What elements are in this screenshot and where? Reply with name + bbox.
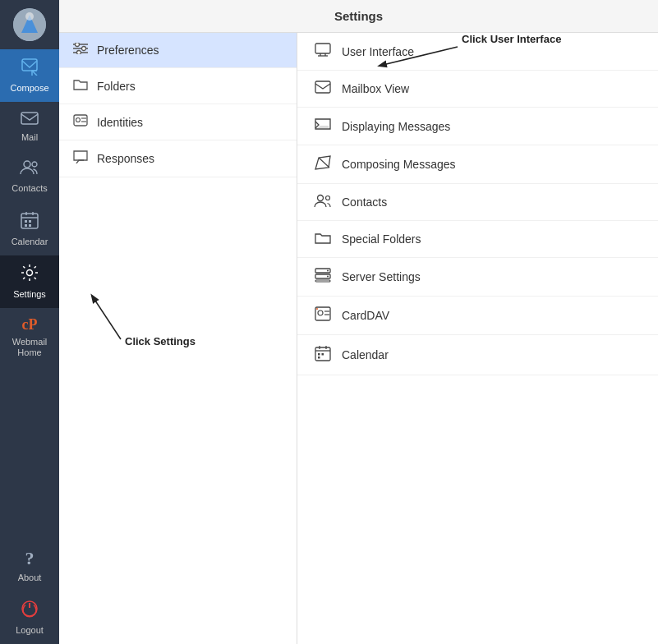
sub-item-contacts[interactable]: Contacts [297,184,658,221]
contacts-sub-label: Contacts [342,196,387,209]
sidebar-item-about[interactable]: ? About [0,540,59,591]
settings-header: Settings [59,0,658,33]
displaying-messages-icon [314,117,332,135]
logo-icon [13,8,46,41]
carddav-label: CardDAV [342,309,389,322]
sidebar-item-compose[interactable]: Compose [0,49,59,102]
svg-point-41 [327,276,329,278]
svg-line-4 [32,71,37,76]
panels: Preferences Folders [59,33,658,644]
sidebar-logo [0,0,59,49]
compose-icon [21,58,39,80]
svg-rect-53 [318,356,320,359]
logout-icon [21,600,39,622]
svg-point-43 [318,310,323,315]
svg-point-16 [27,269,33,275]
sidebar-item-webmail-home[interactable]: cP WebmailHome [0,308,59,366]
folders-label: Folders [97,80,136,93]
sub-settings-panel: User Interface Mailbox View [297,33,658,644]
server-settings-label: Server Settings [342,270,421,283]
user-interface-label: User Interface [342,45,414,58]
svg-rect-15 [29,224,31,227]
svg-rect-33 [315,81,330,93]
svg-point-22 [76,43,80,47]
about-icon: ? [25,548,35,569]
settings-item-folders[interactable]: Folders [59,68,297,104]
sidebar-compose-label: Compose [10,83,48,94]
displaying-messages-label: Displaying Messages [342,120,450,133]
svg-point-26 [76,118,81,122]
sub-item-calendar[interactable]: Calendar [297,335,658,375]
settings-item-preferences[interactable]: Preferences [59,33,297,68]
sidebar-mail-label: Mail [21,132,38,143]
identities-icon [72,114,89,130]
svg-point-2 [25,12,34,21]
mail-icon [21,110,39,129]
settings-item-responses[interactable]: Responses [59,140,297,177]
calendar-icon [21,211,39,233]
settings-item-identities[interactable]: Identities [59,104,297,140]
sidebar-contacts-label: Contacts [12,183,47,194]
sidebar: Compose Mail Contacts [0,0,59,644]
composing-messages-label: Composing Messages [342,158,456,171]
svg-rect-52 [322,353,324,356]
settings-icon [21,264,39,286]
svg-rect-3 [22,59,37,71]
svg-point-6 [24,161,30,168]
special-folders-label: Special Folders [342,232,421,246]
identities-label: Identities [97,116,143,129]
sidebar-settings-label: Settings [13,289,46,300]
sidebar-item-settings[interactable]: Settings [0,255,59,308]
sub-item-mailbox-view[interactable]: Mailbox View [297,71,658,108]
svg-rect-5 [21,113,38,124]
server-settings-icon [314,268,332,286]
sub-item-server-settings[interactable]: Server Settings [297,258,658,297]
sub-item-displaying-messages[interactable]: Displaying Messages [297,108,658,145]
svg-point-35 [318,196,324,201]
sidebar-item-contacts[interactable]: Contacts [0,151,59,202]
svg-rect-29 [315,44,330,53]
responses-label: Responses [97,152,154,165]
responses-icon [72,150,89,167]
special-folders-icon [314,231,332,247]
calendar-sub-icon [314,345,332,365]
svg-point-36 [326,196,330,200]
main-content: Settings Preferences [59,0,658,644]
svg-point-40 [327,270,329,272]
sidebar-item-mail[interactable]: Mail [0,102,59,151]
svg-rect-39 [315,280,330,282]
settings-panel: Preferences Folders [59,33,297,644]
mailbox-view-icon [314,80,332,97]
svg-line-34 [319,158,329,168]
user-interface-icon [314,43,332,60]
header-title: Settings [334,9,383,23]
svg-rect-13 [29,220,31,223]
sub-item-user-interface[interactable]: User Interface [297,33,658,71]
sidebar-logout-label: Logout [16,625,44,636]
svg-rect-14 [25,224,27,227]
folders-icon [72,78,89,94]
svg-point-7 [32,162,37,167]
sub-item-special-folders[interactable]: Special Folders [297,221,658,258]
composing-messages-icon [314,155,332,173]
sidebar-about-label: About [18,573,42,583]
mailbox-view-label: Mailbox View [342,82,409,95]
sub-item-composing-messages[interactable]: Composing Messages [297,145,658,184]
svg-rect-51 [318,353,320,356]
preferences-label: Preferences [97,44,159,57]
carddav-icon [314,306,332,324]
sub-item-carddav[interactable]: CardDAV [297,297,658,335]
svg-rect-12 [25,220,27,223]
svg-point-46 [316,308,318,310]
webmail-home-icon: cP [22,316,38,334]
contacts-sub-icon [314,194,332,210]
preferences-icon [72,43,89,58]
sidebar-item-logout[interactable]: Logout [0,591,59,644]
sidebar-webmail-label: WebmailHome [12,337,48,358]
svg-point-23 [82,47,86,51]
calendar-sub-label: Calendar [342,348,389,361]
sidebar-calendar-label: Calendar [12,237,48,247]
contacts-icon [20,159,39,180]
sidebar-item-calendar[interactable]: Calendar [0,203,59,255]
svg-point-24 [77,51,81,55]
